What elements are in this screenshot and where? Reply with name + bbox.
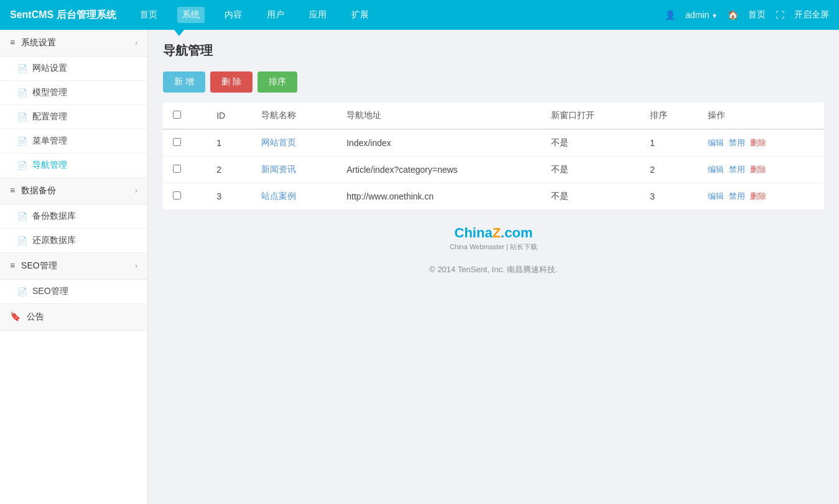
chevron-icon: › [135, 39, 137, 47]
col-checkbox [163, 103, 206, 129]
file-icon: 📄 [17, 137, 27, 146]
nav-name-link[interactable]: 站点案例 [261, 191, 296, 201]
sidebar-item-nav-manage[interactable]: 📄 导航管理 [0, 153, 147, 178]
disable-link[interactable]: 禁用 [729, 191, 745, 201]
home-link[interactable]: 首页 [748, 9, 766, 21]
edit-link[interactable]: 编辑 [708, 191, 724, 201]
row-id: 3 [206, 183, 251, 210]
row-url: Article/index?category=news [336, 157, 541, 183]
file-icon: 📄 [17, 161, 27, 170]
row-checkbox [163, 157, 206, 183]
sidebar-item-config-manage[interactable]: 📄 配置管理 [0, 105, 147, 129]
admin-caret-icon: ▼ [712, 12, 718, 19]
row-actions: 编辑 禁用 删除 [698, 129, 824, 157]
sidebar-item-backup-db[interactable]: 📄 备份数据库 [0, 204, 147, 229]
col-id: ID [206, 103, 251, 129]
delete-link[interactable]: 删除 [750, 191, 766, 201]
col-url: 导航地址 [336, 103, 541, 129]
toolbar: 新 增 删 除 排序 [163, 71, 824, 93]
row-url: Index/index [336, 129, 541, 157]
add-button[interactable]: 新 增 [163, 71, 205, 93]
bookmark-icon: 🔖 [10, 311, 21, 321]
sidebar-item-website-settings[interactable]: 📄 网站设置 [0, 57, 147, 81]
row-new-window: 不是 [541, 129, 640, 157]
row-checkbox [163, 129, 206, 157]
row-actions: 编辑 禁用 删除 [698, 183, 824, 210]
edit-link[interactable]: 编辑 [708, 165, 724, 174]
nav-links: 首页 系统 内容 用户 应用 扩展 [135, 7, 665, 23]
row-name: 网站首页 [251, 129, 336, 157]
file-icon: 📄 [17, 64, 27, 73]
row-order: 2 [640, 157, 698, 183]
col-order: 排序 [640, 103, 698, 129]
sidebar-section-system[interactable]: ≡ 系统设置 › [0, 30, 147, 57]
page-title: 导航管理 [163, 42, 824, 59]
list-icon: ≡ [10, 37, 15, 47]
admin-dropdown[interactable]: admin ▼ [685, 10, 718, 20]
nav-app[interactable]: 应用 [304, 7, 331, 23]
row-checkbox [163, 183, 206, 210]
file-icon: 📄 [17, 88, 27, 98]
delete-link[interactable]: 删除 [750, 165, 766, 174]
table-header-row: ID 导航名称 导航地址 新窗口打开 排序 操作 [163, 103, 824, 129]
brand-watermark: ChinaZ.com China Webmaster | 站长下载 [163, 210, 824, 257]
top-navigation: SentCMS 后台管理系统 首页 系统 内容 用户 应用 扩展 👤 admin… [0, 0, 839, 30]
sidebar-item-seo-manage[interactable]: 📄 SEO管理 [0, 280, 147, 304]
row-url: http://www.onethink.cn [336, 183, 541, 210]
sort-button[interactable]: 排序 [257, 71, 297, 93]
file-icon: 📄 [17, 112, 27, 122]
nav-home[interactable]: 首页 [135, 7, 162, 23]
sidebar-section-seo[interactable]: ≡ SEO管理 › [0, 253, 147, 280]
col-new-window: 新窗口打开 [541, 103, 640, 129]
footer: © 2014 TenSent, Inc. 南昌腾速科技. [163, 257, 824, 283]
fullscreen-button[interactable]: 开启全屏 [794, 9, 829, 21]
fullscreen-icon: ⛶ [776, 10, 784, 20]
brand-logo: SentCMS 后台管理系统 [10, 9, 116, 22]
disable-link[interactable]: 禁用 [729, 138, 745, 147]
row-new-window: 不是 [541, 157, 640, 183]
row-actions: 编辑 禁用 删除 [698, 157, 824, 183]
delete-button[interactable]: 删 除 [210, 71, 253, 93]
edit-link[interactable]: 编辑 [708, 138, 724, 147]
chinaZ-subtitle: China Webmaster | 站长下载 [163, 242, 824, 252]
nav-extend[interactable]: 扩展 [346, 7, 374, 23]
row-select-checkbox[interactable] [173, 165, 181, 173]
nav-name-link[interactable]: 新闻资讯 [261, 164, 296, 174]
main-content: 导航管理 新 增 删 除 排序 ID 导航名称 导航地址 新窗口打开 排序 操作 [148, 30, 839, 504]
nav-system[interactable]: 系统 [177, 7, 205, 23]
admin-icon: 👤 [665, 10, 675, 20]
sidebar-section-backup[interactable]: ≡ 数据备份 › [0, 178, 147, 204]
chinaZ-logo: ChinaZ.com [163, 225, 824, 241]
nav-name-link[interactable]: 网站首页 [261, 137, 296, 147]
disable-link[interactable]: 禁用 [729, 165, 745, 174]
main-layout: ≡ 系统设置 › 📄 网站设置 📄 模型管理 📄 配置管理 📄 菜单管理 📄 导… [0, 30, 839, 504]
sidebar-section-notice[interactable]: 🔖 公告 [0, 304, 147, 331]
file-icon: 📄 [17, 236, 27, 245]
row-name: 新闻资讯 [251, 157, 336, 183]
navigation-table: ID 导航名称 导航地址 新窗口打开 排序 操作 1 网站首页 Index/in… [163, 103, 824, 210]
table-row: 2 新闻资讯 Article/index?category=news 不是 2 … [163, 157, 824, 183]
sidebar: ≡ 系统设置 › 📄 网站设置 📄 模型管理 📄 配置管理 📄 菜单管理 📄 导… [0, 30, 148, 504]
row-new-window: 不是 [541, 183, 640, 210]
select-all-checkbox[interactable] [173, 111, 181, 119]
col-action: 操作 [698, 103, 824, 129]
table-row: 1 网站首页 Index/index 不是 1 编辑 禁用 删除 [163, 129, 824, 157]
home-icon: 🏠 [728, 10, 738, 20]
sidebar-item-restore-db[interactable]: 📄 还原数据库 [0, 229, 147, 253]
sidebar-item-model-manage[interactable]: 📄 模型管理 [0, 81, 147, 105]
list-icon: ≡ [10, 185, 15, 195]
file-icon: 📄 [17, 212, 27, 221]
row-select-checkbox[interactable] [173, 138, 181, 146]
row-id: 1 [206, 129, 251, 157]
table-row: 3 站点案例 http://www.onethink.cn 不是 3 编辑 禁用… [163, 183, 824, 210]
sidebar-item-menu-manage[interactable]: 📄 菜单管理 [0, 129, 147, 153]
nav-user[interactable]: 用户 [262, 7, 289, 23]
row-id: 2 [206, 157, 251, 183]
row-select-checkbox[interactable] [173, 191, 181, 199]
col-name: 导航名称 [251, 103, 336, 129]
chevron-icon: › [135, 262, 137, 270]
delete-link[interactable]: 删除 [750, 138, 766, 147]
list-icon: ≡ [10, 260, 15, 270]
nav-content[interactable]: 内容 [220, 7, 247, 23]
chevron-icon: › [135, 186, 137, 195]
